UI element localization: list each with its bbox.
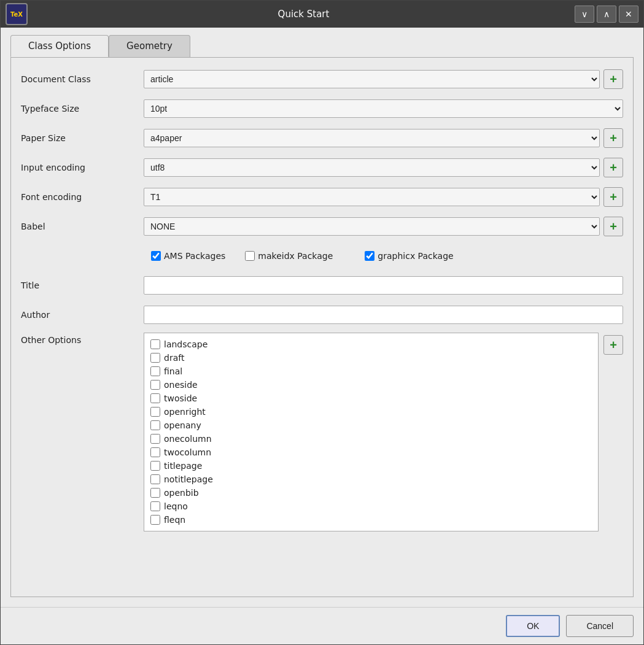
restore-button[interactable]: ∧	[597, 6, 616, 23]
option-landscape: landscape	[150, 338, 592, 350]
option-draft-checkbox[interactable]	[150, 353, 160, 363]
close-button[interactable]: ✕	[619, 6, 638, 23]
option-draft: draft	[150, 352, 592, 364]
document-class-control: article book report letter beamer +	[144, 69, 623, 89]
tab-geometry[interactable]: Geometry	[109, 35, 190, 57]
title-control	[144, 276, 623, 295]
option-fleqn: fleqn	[150, 514, 592, 526]
typeface-size-control: 10pt 11pt 12pt	[144, 99, 623, 118]
graphicx-package-item: graphicx Package	[365, 251, 453, 261]
paper-size-select[interactable]: a4paper a3paper letterpaper legalpaper	[144, 129, 600, 147]
document-class-label: Document Class	[21, 74, 144, 84]
other-options-row: Other Options landscape draft final	[21, 333, 623, 531]
paper-size-label: Paper Size	[21, 133, 144, 143]
option-openright: openright	[150, 406, 592, 418]
option-openany-checkbox[interactable]	[150, 420, 160, 430]
font-encoding-select[interactable]: T1 OT1 T2A	[144, 188, 600, 206]
option-openright-checkbox[interactable]	[150, 407, 160, 417]
plus-icon: +	[610, 339, 617, 351]
typeface-size-select[interactable]: 10pt 11pt 12pt	[144, 99, 623, 118]
input-encoding-label: Input encoding	[21, 163, 144, 172]
minimize-button[interactable]: ∨	[575, 6, 594, 23]
plus-icon: +	[610, 161, 617, 174]
option-onecolumn: onecolumn	[150, 433, 592, 445]
plus-icon: +	[610, 191, 617, 203]
makeidx-package-item: makeidx Package	[245, 251, 333, 261]
babel-label: Babel	[21, 222, 144, 231]
font-encoding-row: Font encoding T1 OT1 T2A +	[21, 185, 623, 209]
option-twoside: twoside	[150, 392, 592, 404]
ok-button[interactable]: OK	[506, 615, 560, 637]
babel-row: Babel NONE english french german spanish…	[21, 215, 623, 238]
option-final: final	[150, 365, 592, 377]
font-encoding-add-button[interactable]: +	[603, 187, 623, 207]
font-encoding-label: Font encoding	[21, 192, 144, 202]
makeidx-package-checkbox[interactable]	[245, 251, 255, 261]
option-landscape-checkbox[interactable]	[150, 339, 160, 349]
option-notitlepage-checkbox[interactable]	[150, 474, 160, 484]
input-encoding-add-button[interactable]: +	[603, 158, 623, 177]
main-window: TeX Quick Start ∨ ∧ ✕ Class Options Geom…	[0, 0, 644, 645]
input-encoding-select[interactable]: utf8 latin1 ascii	[144, 158, 600, 177]
author-label: Author	[21, 310, 144, 320]
option-oneside-checkbox[interactable]	[150, 380, 160, 390]
cancel-button[interactable]: Cancel	[566, 615, 634, 637]
option-titlepage: titlepage	[150, 460, 592, 472]
input-encoding-row: Input encoding utf8 latin1 ascii +	[21, 156, 623, 179]
ams-packages-label: AMS Packages	[164, 251, 225, 261]
document-class-add-button[interactable]: +	[603, 69, 623, 89]
graphicx-package-checkbox[interactable]	[365, 251, 374, 261]
plus-icon: +	[610, 132, 617, 144]
title-row: Title	[21, 274, 623, 297]
option-final-checkbox[interactable]	[150, 366, 160, 376]
graphicx-package-label: graphicx Package	[378, 251, 453, 261]
tab-class-options[interactable]: Class Options	[10, 35, 109, 57]
typeface-size-row: Typeface Size 10pt 11pt 12pt	[21, 97, 623, 120]
plus-icon: +	[610, 73, 617, 85]
makeidx-package-label: makeidx Package	[258, 251, 333, 261]
author-row: Author	[21, 303, 623, 326]
packages-row: AMS Packages makeidx Package graphicx Pa…	[21, 244, 623, 268]
option-openany: openany	[150, 419, 592, 431]
content-area: Class Options Geometry Document Class ar…	[1, 28, 643, 607]
document-class-row: Document Class article book report lette…	[21, 68, 623, 91]
other-options-box: landscape draft final oneside	[144, 333, 599, 531]
option-leqno-checkbox[interactable]	[150, 501, 160, 511]
babel-control: NONE english french german spanish +	[144, 217, 623, 236]
other-options-add-button[interactable]: +	[603, 335, 623, 355]
dialog-footer: OK Cancel	[1, 607, 643, 644]
typeface-size-label: Typeface Size	[21, 104, 144, 114]
font-encoding-control: T1 OT1 T2A +	[144, 187, 623, 207]
tab-bar: Class Options Geometry	[10, 35, 634, 57]
author-input[interactable]	[144, 306, 623, 324]
ams-packages-checkbox[interactable]	[151, 251, 161, 261]
app-logo: TeX	[6, 3, 28, 25]
paper-size-row: Paper Size a4paper a3paper letterpaper l…	[21, 126, 623, 150]
option-openbib-checkbox[interactable]	[150, 488, 160, 498]
option-oneside: oneside	[150, 379, 592, 391]
input-encoding-control: utf8 latin1 ascii +	[144, 158, 623, 177]
document-class-select[interactable]: article book report letter beamer	[144, 70, 600, 88]
tab-panel-class-options: Document Class article book report lette…	[10, 57, 634, 597]
option-twocolumn-checkbox[interactable]	[150, 447, 160, 457]
babel-add-button[interactable]: +	[603, 217, 623, 236]
paper-size-add-button[interactable]: +	[603, 128, 623, 148]
other-options-side: +	[599, 333, 623, 355]
plus-icon: +	[610, 220, 617, 233]
option-onecolumn-checkbox[interactable]	[150, 434, 160, 444]
paper-size-control: a4paper a3paper letterpaper legalpaper +	[144, 128, 623, 148]
option-notitlepage: notitlepage	[150, 473, 592, 485]
title-input[interactable]	[144, 276, 623, 295]
option-titlepage-checkbox[interactable]	[150, 461, 160, 471]
window-controls: ∨ ∧ ✕	[575, 6, 638, 23]
other-options-label: Other Options	[21, 333, 144, 345]
author-control	[144, 306, 623, 324]
option-twoside-checkbox[interactable]	[150, 393, 160, 403]
window-title: Quick Start	[33, 9, 575, 20]
option-leqno: leqno	[150, 500, 592, 512]
title-label: Title	[21, 280, 144, 290]
option-twocolumn: twocolumn	[150, 446, 592, 458]
babel-select[interactable]: NONE english french german spanish	[144, 217, 600, 236]
option-fleqn-checkbox[interactable]	[150, 515, 160, 525]
ams-packages-item: AMS Packages	[151, 251, 225, 261]
